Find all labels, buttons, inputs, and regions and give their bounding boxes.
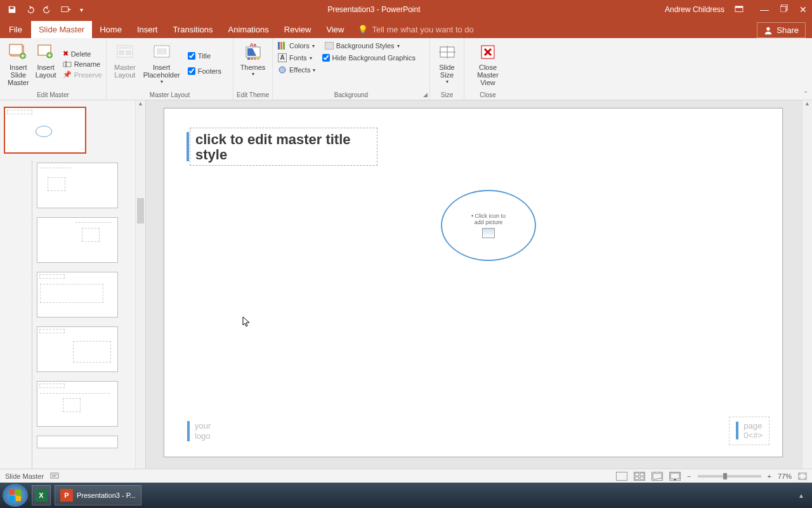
- zoom-in-button[interactable]: +: [768, 472, 771, 480]
- effects-label: Effects: [289, 66, 310, 74]
- title-checkbox[interactable]: Title: [188, 50, 221, 62]
- svg-rect-21: [247, 58, 250, 60]
- share-person-icon: [764, 26, 773, 35]
- scroll-up-icon[interactable]: ▲: [802, 100, 812, 109]
- delete-x-icon: ✖: [63, 50, 69, 58]
- rename-layout-button[interactable]: Rename: [63, 59, 102, 69]
- chevron-down-icon: ▾: [160, 79, 163, 84]
- svg-rect-25: [278, 42, 280, 50]
- tab-animations[interactable]: Animations: [221, 21, 277, 38]
- svg-text:Aa: Aa: [250, 43, 256, 48]
- tab-home[interactable]: Home: [92, 21, 129, 38]
- bg-styles-label: Background Styles: [336, 42, 395, 50]
- thumbnail-panel: ▲ ▼: [0, 100, 146, 483]
- master-layout-label: Master Layout: [114, 64, 136, 79]
- undo-icon[interactable]: [25, 5, 34, 14]
- slide-master[interactable]: click to edit master title style • Click…: [164, 108, 783, 457]
- layout-thumbnail[interactable]: [37, 326, 118, 372]
- effects-button[interactable]: Effects▾: [278, 65, 424, 75]
- colors-button[interactable]: Colors▾: [278, 41, 315, 51]
- title-placeholder[interactable]: click to edit master title style: [190, 128, 377, 166]
- start-from-beginning-icon[interactable]: [61, 5, 71, 14]
- user-name[interactable]: Andrew Childress: [665, 5, 724, 14]
- share-button[interactable]: Share: [757, 22, 806, 38]
- close-icon[interactable]: ✕: [799, 4, 807, 15]
- picture-icon[interactable]: [482, 228, 495, 238]
- slide-sorter-icon[interactable]: [634, 472, 645, 481]
- zoom-out-button[interactable]: −: [687, 472, 691, 480]
- footers-checkbox[interactable]: Footers: [188, 65, 221, 77]
- svg-rect-32: [51, 473, 58, 478]
- tab-slide-master[interactable]: Slide Master: [31, 21, 92, 38]
- restore-icon[interactable]: [780, 4, 788, 15]
- svg-rect-16: [126, 50, 131, 55]
- insert-placeholder-button[interactable]: Insert Placeholder ▾: [141, 41, 183, 86]
- preserve-button[interactable]: 📌Preserve: [63, 69, 102, 80]
- tab-transitions[interactable]: Transitions: [165, 21, 220, 38]
- svg-rect-26: [280, 42, 282, 50]
- tab-file[interactable]: File: [0, 21, 31, 38]
- fit-to-window-icon[interactable]: [798, 472, 807, 480]
- layout-thumbnail[interactable]: [37, 163, 118, 208]
- title-accent-bar: [187, 132, 189, 161]
- themes-button[interactable]: Aa Themes ▾: [239, 41, 267, 78]
- redo-icon[interactable]: [43, 5, 52, 14]
- save-icon[interactable]: [8, 5, 16, 14]
- colors-icon: [278, 42, 287, 50]
- zoom-slider[interactable]: [698, 475, 761, 478]
- svg-rect-36: [640, 477, 644, 479]
- page-number-placeholder[interactable]: page 0<#>: [729, 417, 769, 445]
- canvas-scrollbar[interactable]: ▲ ▼: [802, 100, 812, 483]
- zoom-level[interactable]: 77%: [778, 472, 792, 480]
- fonts-button[interactable]: AFonts▾: [278, 52, 312, 64]
- layout-thumbnail[interactable]: [37, 436, 118, 448]
- minimize-icon[interactable]: —: [760, 4, 769, 15]
- svg-rect-42: [16, 496, 21, 501]
- chevron-down-icon: ▾: [310, 55, 312, 61]
- layout-thumbnail[interactable]: [37, 381, 118, 427]
- layout-thumbnail[interactable]: [37, 272, 118, 318]
- start-button[interactable]: [3, 484, 28, 507]
- tell-me-search[interactable]: 💡 Tell me what you want to do: [351, 21, 480, 38]
- background-styles-button[interactable]: Background Styles▾: [325, 41, 400, 51]
- background-group-label: Background: [273, 91, 429, 98]
- slide-size-label: Slide Size: [439, 64, 454, 79]
- close-master-view-button[interactable]: Close Master View: [469, 41, 506, 88]
- themes-icon: Aa: [243, 42, 263, 62]
- hide-bg-checkbox-input[interactable]: [322, 54, 330, 62]
- collapse-ribbon-icon[interactable]: ⌃: [803, 90, 808, 97]
- page-number-field: 0<#>: [743, 431, 763, 441]
- tab-insert[interactable]: Insert: [129, 21, 166, 38]
- ribbon-display-icon[interactable]: [735, 6, 743, 13]
- background-dialog-launcher[interactable]: ◢: [423, 91, 428, 98]
- insert-layout-button[interactable]: Insert Layout: [33, 41, 59, 88]
- footers-checkbox-input[interactable]: [188, 67, 195, 75]
- title-bar-right: Andrew Childress — ✕: [665, 4, 812, 15]
- tray-show-hidden-icon[interactable]: ▲: [798, 492, 809, 499]
- title-checkbox-input[interactable]: [188, 52, 195, 60]
- svg-rect-14: [119, 47, 131, 49]
- footer-logo-placeholder[interactable]: your logo: [187, 421, 211, 441]
- thumbnail-scrollbar[interactable]: ▲ ▼: [135, 100, 145, 483]
- notes-icon[interactable]: [50, 472, 59, 480]
- slide-size-button[interactable]: Slide Size ▾: [435, 41, 459, 86]
- reading-view-icon[interactable]: [652, 472, 663, 481]
- delete-layout-button[interactable]: ✖Delete: [63, 48, 102, 59]
- taskbar-powerpoint[interactable]: P Presentation3 - P...: [55, 485, 141, 505]
- layout-thumbnail[interactable]: [37, 217, 118, 263]
- scroll-up-icon[interactable]: ▲: [136, 100, 145, 109]
- bg-styles-icon: [325, 42, 334, 50]
- picture-placeholder[interactable]: • Click icon to add picture: [441, 190, 536, 261]
- slideshow-view-icon[interactable]: [669, 472, 681, 481]
- hide-bg-label: Hide Background Graphics: [332, 54, 416, 62]
- svg-rect-35: [635, 477, 639, 479]
- normal-view-icon[interactable]: [616, 472, 627, 481]
- insert-slide-master-button[interactable]: Insert Slide Master: [5, 41, 32, 88]
- taskbar-excel[interactable]: X: [32, 485, 51, 505]
- master-layout-button[interactable]: Master Layout: [112, 41, 138, 86]
- slide-master-thumbnail[interactable]: [4, 107, 86, 154]
- tab-review[interactable]: Review: [277, 21, 319, 38]
- chevron-down-icon: ▾: [446, 79, 449, 84]
- hide-bg-checkbox[interactable]: Hide Background Graphics: [322, 52, 416, 64]
- tab-view[interactable]: View: [318, 21, 351, 38]
